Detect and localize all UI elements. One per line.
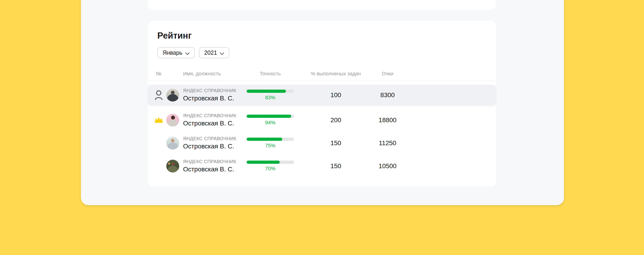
chevron-down-icon	[220, 50, 224, 56]
progress-bar-fill	[246, 161, 280, 164]
top-card-partial	[148, 0, 496, 10]
person-name: Островская В. С.	[183, 143, 246, 150]
column-header-tasks: % выполненых задач	[311, 71, 361, 77]
accuracy-cell: 83%	[246, 90, 294, 101]
column-header-rank: №	[153, 71, 162, 77]
accuracy-cell: 70%	[246, 161, 294, 172]
column-header-points: Очки	[382, 71, 394, 77]
column-header-accuracy: Точность	[260, 71, 281, 77]
accuracy-percent-label: 94%	[265, 120, 275, 126]
filter-bar: Январь 2021	[157, 47, 496, 58]
table-row[interactable]: ЯНДЕКС СПРАВОЧНИК Островская В. С. 83% 1…	[148, 85, 496, 105]
chevron-down-icon	[186, 50, 190, 56]
company-label: ЯНДЕКС СПРАВОЧНИК	[183, 159, 246, 164]
progress-bar-track	[246, 161, 294, 164]
person-icon	[151, 90, 163, 100]
column-header-name: Имя, должность	[183, 71, 221, 77]
page-title: Рейтинг	[148, 21, 496, 41]
accuracy-percent-label: 75%	[265, 143, 275, 149]
progress-bar-track	[246, 90, 294, 93]
table-row[interactable]: ЯНДЕКС СПРАВОЧНИК Островская В. С. 70% 1…	[148, 155, 496, 178]
person-name: Островская В. С.	[183, 120, 246, 127]
crown-icon	[151, 117, 163, 123]
accuracy-cell: 75%	[246, 138, 294, 149]
table-body: ЯНДЕКС СПРАВОЧНИК Островская В. С. 83% 1…	[148, 85, 496, 178]
company-label: ЯНДЕКС СПРАВОЧНИК	[183, 136, 246, 141]
person-name: Островская В. С.	[183, 166, 246, 173]
progress-bar-track	[246, 138, 294, 141]
table-row[interactable]: ЯНДЕКС СПРАВОЧНИК Островская В. С. 75% 1…	[148, 132, 496, 155]
table-header-row: № Имя, должность Точность % выполненых з…	[148, 67, 496, 81]
progress-bar-fill	[246, 138, 282, 141]
avatar	[166, 114, 179, 127]
year-dropdown[interactable]: 2021	[199, 47, 230, 58]
points-value: 18800	[378, 116, 396, 124]
year-dropdown-label: 2021	[204, 49, 217, 56]
tasks-value: 150	[330, 139, 341, 147]
avatar	[166, 160, 179, 173]
rating-card: Рейтинг Январь 2021 № Имя, должность Точ…	[148, 21, 496, 187]
progress-bar-fill	[246, 115, 291, 118]
accuracy-cell: 94%	[246, 115, 294, 126]
accuracy-percent-label: 70%	[265, 166, 275, 172]
points-value: 10500	[378, 162, 396, 170]
tasks-value: 150	[330, 162, 341, 170]
company-label: ЯНДЕКС СПРАВОЧНИК	[183, 88, 246, 93]
person-name: Островская В. С.	[183, 95, 246, 102]
points-value: 8300	[380, 91, 395, 99]
month-dropdown-label: Январь	[162, 49, 182, 56]
table-row[interactable]: ЯНДЕКС СПРАВОЧНИК Островская В. С. 94% 2…	[148, 109, 496, 132]
month-dropdown[interactable]: Январь	[157, 47, 195, 58]
accuracy-percent-label: 83%	[265, 95, 275, 101]
company-label: ЯНДЕКС СПРАВОЧНИК	[183, 113, 246, 118]
progress-bar-fill	[246, 90, 286, 93]
avatar	[166, 89, 179, 102]
points-value: 11250	[379, 139, 396, 147]
avatar	[166, 137, 179, 150]
app-container: Рейтинг Январь 2021 № Имя, должность Точ…	[81, 0, 564, 205]
tasks-value: 100	[330, 91, 341, 99]
tasks-value: 200	[330, 116, 341, 124]
progress-bar-track	[246, 115, 294, 118]
